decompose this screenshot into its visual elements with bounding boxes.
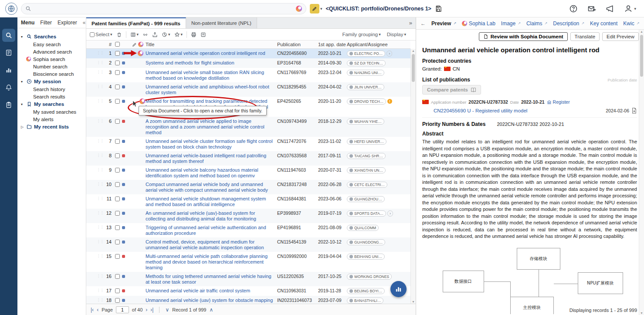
- drag-handle-icon[interactable]: ⋮⋮: [97, 210, 104, 216]
- row-checkbox[interactable]: [115, 119, 120, 124]
- applicant-pill[interactable]: ELECTRIC PO…: [347, 51, 385, 57]
- table-row[interactable]: ⋮⋮ 18 Unmanned aerial vehicle (uav) syst…: [86, 296, 410, 304]
- header-first-app-date[interactable]: 1st app. date: [318, 42, 347, 47]
- applicant-pill[interactable]: BEIJING BOYI…: [347, 288, 385, 294]
- drag-handle-icon[interactable]: ⋮⋮: [97, 225, 104, 230]
- patent-title-link[interactable]: Triggering of unmanned aerial vehicle au…: [146, 225, 277, 236]
- row-checkbox[interactable]: [115, 51, 120, 56]
- tree-expander-icon[interactable]: ▾: [21, 102, 24, 106]
- tabs-overflow-icon[interactable]: »: [406, 20, 416, 26]
- sidebar-item-number-search[interactable]: Number search: [19, 63, 84, 70]
- rail-alerts-icon[interactable]: [2, 81, 15, 94]
- drag-handle-icon[interactable]: ⋮⋮: [97, 254, 104, 259]
- applicant-pill[interactable]: SPORTS DATA…: [347, 210, 386, 217]
- patent-title-link[interactable]: Methods for using tethered unmanned aeri…: [146, 274, 277, 285]
- preview-tab-kwic[interactable]: Kwic↗: [623, 20, 639, 27]
- header-applicant[interactable]: Applicant/Assignee: [347, 42, 410, 47]
- table-scrollbar[interactable]: ▲ ▼: [410, 49, 416, 304]
- pdf-icon[interactable]: [631, 108, 637, 114]
- sidebar-item-search-history[interactable]: Search history: [19, 85, 84, 93]
- record-prev-icon[interactable]: ∨: [165, 307, 169, 313]
- more-applicants-badge[interactable]: ›: [387, 210, 393, 217]
- patent-title-link[interactable]: Unmanned aerial vehicle small base stati…: [146, 70, 277, 81]
- drag-handle-icon[interactable]: ⋮⋮: [97, 274, 104, 279]
- preview-tab-sophia-lab[interactable]: Sophia Lab: [462, 20, 495, 27]
- tab-patent-families[interactable]: Patent families (FamPat) - 999 results: [86, 17, 186, 28]
- translate-button[interactable]: Translate: [570, 32, 600, 41]
- drag-handle-icon[interactable]: ⋮⋮: [97, 196, 104, 201]
- table-row[interactable]: ⋮⋮ 12 An unmanned aerial vehicle (uav)-b…: [86, 209, 410, 223]
- header-checkbox[interactable]: [115, 42, 120, 47]
- row-checkbox[interactable]: [115, 139, 120, 144]
- table-row[interactable]: ⋮⋮ 6 A zoom unmanned aerial vehicle appl…: [86, 117, 410, 137]
- drag-handle-icon[interactable]: ⋮⋮: [97, 153, 104, 158]
- patent-title-link[interactable]: Unmanned aerial vehicle cluster formatio…: [146, 139, 277, 150]
- rail-analytics-icon[interactable]: [2, 64, 15, 77]
- remove-from-list-button[interactable]: [116, 32, 122, 37]
- row-checkbox[interactable]: [115, 254, 120, 259]
- account-menu[interactable]: ▾: [624, 4, 636, 13]
- preview-tab-preview[interactable]: Preview↗: [431, 20, 456, 27]
- preview-back-icon[interactable]: ←: [420, 20, 426, 27]
- row-checkbox[interactable]: [115, 168, 120, 173]
- scroll-up-icon[interactable]: ▲: [639, 30, 644, 33]
- export-button[interactable]: [152, 32, 158, 37]
- drag-handle-icon[interactable]: ⋮⋮: [97, 60, 104, 65]
- patent-title-link[interactable]: Unmanned aerial vehicle and amphibious w…: [146, 84, 277, 95]
- scroll-down-icon[interactable]: ▼: [411, 300, 416, 303]
- register-link[interactable]: Register: [547, 99, 570, 105]
- preview-scrollbar[interactable]: ▲ ▼: [639, 30, 644, 315]
- page-input[interactable]: [116, 306, 129, 313]
- table-row[interactable]: ⋮⋮ 14 Control method, device, equipment …: [86, 237, 410, 252]
- applicant-pill[interactable]: BANASTHALI…: [347, 298, 383, 304]
- prev-page-button[interactable]: ‹: [97, 307, 98, 313]
- display-dropdown[interactable]: Display▾: [387, 32, 406, 37]
- patent-title-link[interactable]: A zoom unmanned aerial vehicle applied t…: [146, 119, 277, 135]
- compare-patents-button[interactable]: Compare patents: [422, 85, 481, 95]
- applicant-pill[interactable]: TAICANG SHR…: [347, 153, 386, 159]
- table-row[interactable]: ⋮⋮ 7 Unmanned aerial vehicle cluster for…: [86, 137, 410, 151]
- table-row[interactable]: ⋮⋮ 9 Unmanned aerial vehicle balcony haz…: [86, 166, 410, 180]
- patent-title-link[interactable]: Unmanned aerial vehicle balcony hazardou…: [146, 167, 277, 179]
- row-checkbox[interactable]: [115, 70, 120, 75]
- preview-tab-description[interactable]: Description↗: [553, 20, 584, 27]
- drag-handle-icon[interactable]: ⋮⋮: [97, 70, 104, 75]
- sophia-icon[interactable]: [296, 6, 302, 12]
- star-button[interactable]: ▾: [174, 32, 183, 37]
- sidebar-section-my-session[interactable]: ▾ My session: [19, 78, 84, 85]
- scroll-up-icon[interactable]: ▲: [411, 49, 416, 52]
- drag-handle-icon[interactable]: ⋮⋮: [97, 119, 104, 124]
- table-row[interactable]: ⋮⋮ 8 Unmanned aerial vehicle-based intel…: [86, 151, 410, 166]
- applicant-pill[interactable]: JILIN UNIVER…: [347, 84, 384, 90]
- sidebar-item-sophia-search[interactable]: Sophia search: [19, 55, 84, 63]
- app-logo-icon[interactable]: [5, 3, 17, 15]
- applicant-pill[interactable]: NANJING UNI…: [347, 70, 384, 76]
- row-checkbox[interactable]: [115, 85, 120, 89]
- table-row[interactable]: ⋮⋮ 3 Unmanned aerial vehicle small base …: [86, 68, 410, 82]
- applicant-pill[interactable]: GUANGDONG…: [347, 239, 385, 245]
- sidebar-tab-filter[interactable]: Filter: [40, 20, 52, 26]
- drag-handle-icon[interactable]: ⋮⋮: [97, 239, 104, 244]
- select-all-checkbox[interactable]: [90, 32, 95, 37]
- drag-handle-icon[interactable]: ⋮⋮: [97, 84, 104, 89]
- sophia-document-icon[interactable]: [138, 51, 143, 56]
- row-checkbox[interactable]: [115, 182, 120, 187]
- tab-non-patent-literature[interactable]: Non-patent literature (NPL): [186, 17, 257, 28]
- rail-lists-icon[interactable]: [2, 98, 15, 112]
- select-dropdown[interactable]: Select ▾: [90, 32, 112, 37]
- drag-handle-icon[interactable]: ⋮⋮: [97, 167, 104, 173]
- edit-quicklist-button[interactable]: ▾: [310, 4, 322, 14]
- scrollbar-thumb[interactable]: [412, 54, 415, 82]
- table-row[interactable]: ⋮⋮ 16 Methods for using tethered unmanne…: [86, 272, 410, 286]
- row-checkbox[interactable]: [115, 240, 120, 244]
- table-row[interactable]: ⋮⋮ 2 Systems and methods for flight simu…: [86, 58, 410, 68]
- preview-tab-key-content[interactable]: Key content: [590, 20, 617, 27]
- sidebar-item-my-alerts[interactable]: My alerts: [19, 115, 84, 123]
- sophia-icon[interactable]: [138, 42, 143, 47]
- tree-expander-icon[interactable]: ▾: [21, 80, 24, 84]
- rail-search-icon[interactable]: [2, 29, 15, 42]
- applicant-pill[interactable]: WORKING DRONES: [347, 274, 392, 280]
- drag-handle-icon[interactable]: ⋮⋮: [97, 288, 104, 293]
- patent-title-link[interactable]: Unmanned aerial vehicle (uav) system for…: [146, 298, 277, 304]
- applicant-pill[interactable]: DROVID TECH…: [347, 98, 386, 105]
